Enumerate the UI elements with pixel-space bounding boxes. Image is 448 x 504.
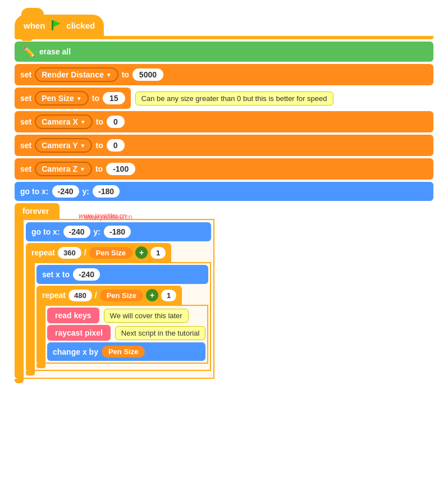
raycast-pixel-block[interactable]: raycast pixel <box>47 325 111 341</box>
green-flag-icon <box>49 19 62 31</box>
dropdown-arrow-4: ▼ <box>80 143 86 149</box>
read-keys-label: read keys <box>55 311 92 320</box>
read-keys-comment: We will cover this later <box>104 309 189 323</box>
when-clicked-block[interactable]: when clicked <box>15 15 433 39</box>
raycast-pixel-comment: Next script in the tutorial <box>115 326 205 340</box>
repeat-1-block[interactable]: repeat 360 / Pen Size + 1 <box>26 243 211 375</box>
erase-all-block[interactable]: ✏️ erase all <box>15 42 433 62</box>
camera-x-dropdown[interactable]: Camera X ▼ <box>35 114 93 129</box>
pen-size-dropdown[interactable]: Pen Size ▼ <box>35 91 89 106</box>
set-camera-y-block[interactable]: set Camera Y ▼ to 0 <box>15 135 433 156</box>
clicked-label: clicked <box>66 21 95 30</box>
set-label-2: set <box>20 94 31 103</box>
camera-z-dropdown[interactable]: Camera Z ▼ <box>35 162 92 176</box>
repeat-2-val3[interactable]: 1 <box>161 290 176 301</box>
forever-block[interactable]: forever go to x: -240 y: -180 <box>15 203 433 383</box>
go-to-xy-1-block[interactable]: go to x: -240 y: -180 <box>15 182 433 201</box>
read-keys-block[interactable]: read keys <box>47 308 99 323</box>
set-camera-x-block[interactable]: set Camera X ▼ to 0 <box>15 111 433 132</box>
repeat-1-label: repeat <box>31 248 55 257</box>
repeat-1-op: / <box>84 248 86 257</box>
set-label-5: set <box>20 164 31 173</box>
go-to-x2-value[interactable]: -240 <box>63 226 90 238</box>
repeat-2-pen-size[interactable]: Pen Size <box>100 290 143 301</box>
set-pen-size-block[interactable]: set Pen Size ▼ to 15 <box>15 88 131 109</box>
go-to-label-2: go to x: <box>31 227 60 236</box>
set-render-distance-block[interactable]: set Render Distance ▼ to 5000 <box>15 64 433 85</box>
y-label-2: y: <box>94 227 100 236</box>
set-x-to-label: set x to <box>42 270 70 279</box>
camera-y-value[interactable]: 0 <box>107 139 125 152</box>
change-x-block[interactable]: change x by Pen Size <box>47 342 205 361</box>
change-x-label: change x by <box>53 347 98 356</box>
change-x-pen-size[interactable]: Pen Size <box>102 346 145 358</box>
repeat-2-block[interactable]: repeat 480 / Pen Size + <box>36 286 208 368</box>
to-label-4: to <box>95 141 103 150</box>
render-distance-dropdown[interactable]: Render Distance ▼ <box>35 67 118 82</box>
read-keys-row: read keys We will cover this later <box>47 308 205 323</box>
set-label-3: set <box>20 117 31 126</box>
repeat-2-val1[interactable]: 480 <box>68 290 92 301</box>
dropdown-arrow-3: ▼ <box>80 119 86 125</box>
svg-marker-1 <box>53 20 61 27</box>
to-label-5: to <box>95 164 103 173</box>
repeat-1-pen-size[interactable]: Pen Size <box>89 247 132 259</box>
set-label-1: set <box>20 70 31 79</box>
go-to-label-1: go to x: <box>20 187 49 196</box>
camera-z-value[interactable]: -100 <box>106 163 135 175</box>
repeat-2-op: / <box>95 291 97 300</box>
when-label: when <box>24 21 45 30</box>
go-to-y2-value[interactable]: -180 <box>104 226 131 238</box>
repeat-1-plus-circle: + <box>135 246 148 259</box>
raycast-pixel-row: raycast pixel Next script in the tutoria… <box>47 325 205 341</box>
raycast-pixel-label: raycast pixel <box>55 328 103 337</box>
repeat-1-val1[interactable]: 360 <box>58 247 81 259</box>
repeat-1-val3[interactable]: 1 <box>150 247 166 259</box>
svg-rect-0 <box>52 20 53 30</box>
repeat-2-plus-circle: + <box>146 289 158 301</box>
pen-size-comment: Can be any size greater than 0 but this … <box>135 91 333 106</box>
go-to-y1-value[interactable]: -180 <box>93 185 120 198</box>
pencil-icon: ✏️ <box>22 45 35 58</box>
camera-y-dropdown[interactable]: Camera Y ▼ <box>35 138 92 153</box>
go-to-x1-value[interactable]: -240 <box>52 185 79 198</box>
set-camera-z-block[interactable]: set Camera Z ▼ to -100 <box>15 158 433 180</box>
erase-all-label: erase all <box>39 47 71 56</box>
repeat-2-label: repeat <box>42 291 66 300</box>
to-label-2: to <box>92 94 99 103</box>
go-to-xy-2-block[interactable]: go to x: -240 y: -180 <box>26 222 211 241</box>
to-label-3: to <box>96 117 103 126</box>
set-x-to-value[interactable]: -240 <box>73 268 100 281</box>
to-label-1: to <box>122 70 129 79</box>
render-distance-value[interactable]: 5000 <box>132 68 163 81</box>
pen-size-value[interactable]: 15 <box>103 92 125 104</box>
forever-label: forever <box>22 207 49 216</box>
set-label-4: set <box>20 141 31 150</box>
dropdown-arrow-1: ▼ <box>106 72 112 78</box>
set-pen-size-row: set Pen Size ▼ to 15 Can be any size gre… <box>15 88 433 109</box>
set-x-to-block[interactable]: set x to -240 <box>36 265 208 284</box>
dropdown-arrow-5: ▼ <box>80 166 85 172</box>
camera-x-value[interactable]: 0 <box>107 116 125 128</box>
y-label-1: y: <box>83 187 89 196</box>
dropdown-arrow-2: ▼ <box>76 95 82 102</box>
